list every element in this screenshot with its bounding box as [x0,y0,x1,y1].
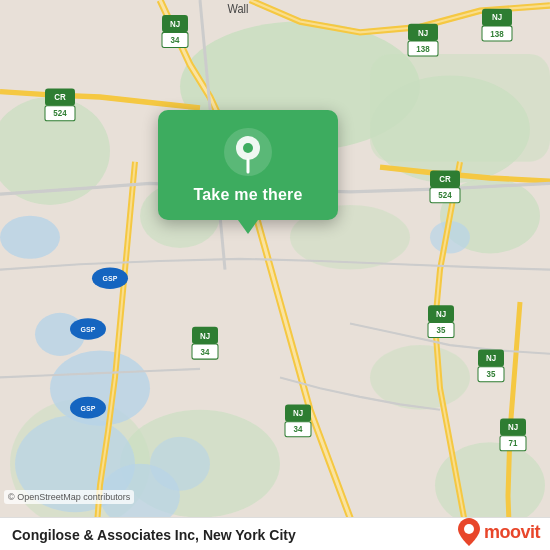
svg-text:35: 35 [437,325,446,335]
moovit-brand-text: moovit [484,522,540,543]
svg-text:34: 34 [294,424,303,434]
svg-text:NJ: NJ [436,309,447,319]
svg-text:34: 34 [201,347,210,357]
svg-text:CR: CR [54,92,66,102]
svg-text:524: 524 [438,190,452,200]
popup-card: Take me there [158,110,338,220]
svg-text:35: 35 [487,369,496,379]
location-name: Congilose & Associates Inc, New York Cit… [12,527,296,543]
take-me-there-button[interactable]: Take me there [193,186,302,204]
svg-text:NJ: NJ [492,12,503,22]
moovit-pin-icon [458,518,480,546]
svg-text:138: 138 [416,43,430,53]
location-pin-icon [224,128,272,176]
svg-text:NJ: NJ [418,27,429,37]
bottom-bar: Congilose & Associates Inc, New York Cit… [0,517,550,550]
map-svg: NJ 34 NJ 138 NJ 138 CR 524 CR 524 NJ 34 … [0,0,550,550]
svg-point-8 [370,345,470,410]
svg-rect-6 [370,54,550,162]
map-attribution: © OpenStreetMap contributors [4,490,134,504]
svg-text:34: 34 [171,35,180,45]
svg-text:NJ: NJ [508,422,519,432]
svg-text:NJ: NJ [170,19,181,29]
svg-point-69 [464,524,474,534]
svg-text:CR: CR [439,174,451,184]
svg-text:NJ: NJ [200,330,211,340]
svg-point-17 [150,437,210,491]
map-container: NJ 34 NJ 138 NJ 138 CR 524 CR 524 NJ 34 … [0,0,550,550]
svg-text:GSP: GSP [81,325,96,334]
svg-text:GSP: GSP [103,274,118,283]
svg-point-12 [0,216,60,259]
svg-text:GSP: GSP [81,404,96,413]
svg-point-68 [243,143,253,153]
svg-text:NJ: NJ [293,408,304,418]
svg-text:NJ: NJ [486,353,497,363]
svg-text:524: 524 [53,108,67,118]
moovit-logo: moovit [458,518,540,546]
svg-text:138: 138 [490,28,504,38]
svg-text:Wall: Wall [228,3,249,15]
svg-text:71: 71 [509,438,518,448]
